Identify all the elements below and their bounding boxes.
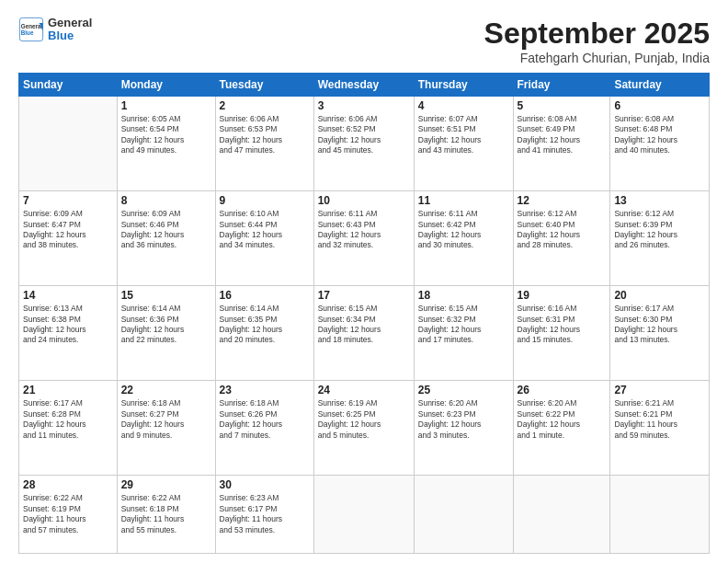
- calendar-cell: 25Sunrise: 6:20 AMSunset: 6:23 PMDayligh…: [414, 381, 513, 476]
- day-info: Sunrise: 6:22 AMSunset: 6:19 PMDaylight:…: [23, 493, 113, 535]
- day-number: 2: [220, 99, 310, 112]
- day-number: 26: [518, 384, 607, 396]
- day-info: Sunrise: 6:08 AMSunset: 6:49 PMDaylight:…: [518, 114, 607, 156]
- day-info: Sunrise: 6:18 AMSunset: 6:27 PMDaylight:…: [121, 398, 211, 441]
- svg-text:Blue: Blue: [21, 29, 34, 36]
- weekday-header-friday: Friday: [513, 74, 610, 97]
- day-info: Sunrise: 6:20 AMSunset: 6:22 PMDaylight:…: [518, 398, 607, 441]
- day-info: Sunrise: 6:14 AMSunset: 6:36 PMDaylight:…: [121, 304, 211, 346]
- day-info: Sunrise: 6:18 AMSunset: 6:26 PMDaylight:…: [220, 398, 310, 441]
- calendar-cell: [513, 476, 610, 554]
- header: General Blue General Blue September 2025…: [18, 17, 710, 65]
- month-title: September 2025: [484, 17, 710, 51]
- logo-blue-text: Blue: [48, 29, 92, 42]
- weekday-header-tuesday: Tuesday: [215, 74, 313, 97]
- title-block: September 2025 Fatehgarh Churian, Punjab…: [484, 17, 710, 65]
- calendar-cell: 3Sunrise: 6:06 AMSunset: 6:52 PMDaylight…: [313, 97, 414, 191]
- day-number: 24: [318, 384, 410, 396]
- day-number: 29: [121, 478, 211, 491]
- calendar-cell: 14Sunrise: 6:13 AMSunset: 6:38 PMDayligh…: [19, 286, 118, 381]
- day-number: 4: [418, 99, 509, 112]
- calendar-cell: 8Sunrise: 6:09 AMSunset: 6:46 PMDaylight…: [117, 191, 215, 286]
- day-info: Sunrise: 6:21 AMSunset: 6:21 PMDaylight:…: [614, 398, 705, 441]
- day-info: Sunrise: 6:15 AMSunset: 6:32 PMDaylight:…: [418, 304, 509, 346]
- weekday-header-wednesday: Wednesday: [313, 74, 414, 97]
- weekday-header-row: SundayMondayTuesdayWednesdayThursdayFrid…: [19, 74, 710, 97]
- calendar-cell: 15Sunrise: 6:14 AMSunset: 6:36 PMDayligh…: [117, 286, 215, 381]
- weekday-header-thursday: Thursday: [414, 74, 513, 97]
- calendar-cell: 6Sunrise: 6:08 AMSunset: 6:48 PMDaylight…: [610, 97, 710, 191]
- day-number: 20: [614, 289, 705, 302]
- day-number: 5: [518, 99, 607, 112]
- day-number: 30: [220, 478, 310, 491]
- day-info: Sunrise: 6:09 AMSunset: 6:46 PMDaylight:…: [121, 209, 211, 251]
- day-number: 28: [23, 478, 113, 491]
- day-number: 10: [318, 194, 410, 207]
- calendar-cell: 20Sunrise: 6:17 AMSunset: 6:30 PMDayligh…: [610, 286, 710, 381]
- day-number: 21: [23, 384, 113, 396]
- day-info: Sunrise: 6:07 AMSunset: 6:51 PMDaylight:…: [418, 114, 509, 156]
- logo-general-text: General: [48, 17, 92, 29]
- calendar-cell: 2Sunrise: 6:06 AMSunset: 6:53 PMDaylight…: [215, 97, 313, 191]
- calendar-cell: 16Sunrise: 6:14 AMSunset: 6:35 PMDayligh…: [215, 286, 313, 381]
- day-info: Sunrise: 6:12 AMSunset: 6:39 PMDaylight:…: [614, 209, 705, 251]
- logo-icon: General Blue: [18, 17, 44, 42]
- day-number: 25: [418, 384, 509, 396]
- calendar-cell: [19, 97, 118, 191]
- calendar-cell: 7Sunrise: 6:09 AMSunset: 6:47 PMDaylight…: [19, 191, 118, 286]
- calendar-cell: 5Sunrise: 6:08 AMSunset: 6:49 PMDaylight…: [513, 97, 610, 191]
- calendar-cell: 30Sunrise: 6:23 AMSunset: 6:17 PMDayligh…: [215, 476, 313, 554]
- day-info: Sunrise: 6:10 AMSunset: 6:44 PMDaylight:…: [220, 209, 310, 251]
- calendar-cell: 9Sunrise: 6:10 AMSunset: 6:44 PMDaylight…: [215, 191, 313, 286]
- day-number: 8: [121, 194, 211, 207]
- day-info: Sunrise: 6:17 AMSunset: 6:28 PMDaylight:…: [23, 398, 113, 441]
- weekday-header-monday: Monday: [117, 74, 215, 97]
- calendar-cell: 28Sunrise: 6:22 AMSunset: 6:19 PMDayligh…: [19, 476, 118, 554]
- day-number: 16: [220, 289, 310, 302]
- day-number: 12: [518, 194, 607, 207]
- calendar-cell: 27Sunrise: 6:21 AMSunset: 6:21 PMDayligh…: [610, 381, 710, 476]
- day-info: Sunrise: 6:16 AMSunset: 6:31 PMDaylight:…: [518, 304, 607, 346]
- day-info: Sunrise: 6:15 AMSunset: 6:34 PMDaylight:…: [318, 304, 410, 346]
- day-info: Sunrise: 6:23 AMSunset: 6:17 PMDaylight:…: [220, 493, 310, 535]
- calendar-table: SundayMondayTuesdayWednesdayThursdayFrid…: [18, 73, 710, 554]
- day-number: 9: [220, 194, 310, 207]
- calendar-cell: 22Sunrise: 6:18 AMSunset: 6:27 PMDayligh…: [117, 381, 215, 476]
- day-info: Sunrise: 6:20 AMSunset: 6:23 PMDaylight:…: [418, 398, 509, 441]
- day-info: Sunrise: 6:17 AMSunset: 6:30 PMDaylight:…: [614, 304, 705, 346]
- calendar-week-1: 1Sunrise: 6:05 AMSunset: 6:54 PMDaylight…: [19, 97, 710, 191]
- calendar-cell: [313, 476, 414, 554]
- calendar-cell: 18Sunrise: 6:15 AMSunset: 6:32 PMDayligh…: [414, 286, 513, 381]
- day-info: Sunrise: 6:06 AMSunset: 6:53 PMDaylight:…: [220, 114, 310, 156]
- calendar-week-4: 21Sunrise: 6:17 AMSunset: 6:28 PMDayligh…: [19, 381, 710, 476]
- calendar-cell: 10Sunrise: 6:11 AMSunset: 6:43 PMDayligh…: [313, 191, 414, 286]
- location: Fatehgarh Churian, Punjab, India: [484, 51, 710, 65]
- logo: General Blue General Blue: [18, 17, 92, 43]
- day-info: Sunrise: 6:19 AMSunset: 6:25 PMDaylight:…: [318, 398, 410, 441]
- day-number: 19: [518, 289, 607, 302]
- day-number: 7: [23, 194, 113, 207]
- day-info: Sunrise: 6:09 AMSunset: 6:47 PMDaylight:…: [23, 209, 113, 251]
- day-number: 23: [220, 384, 310, 396]
- day-info: Sunrise: 6:11 AMSunset: 6:43 PMDaylight:…: [318, 209, 410, 251]
- calendar-cell: 26Sunrise: 6:20 AMSunset: 6:22 PMDayligh…: [513, 381, 610, 476]
- day-number: 6: [614, 99, 705, 112]
- calendar-cell: 12Sunrise: 6:12 AMSunset: 6:40 PMDayligh…: [513, 191, 610, 286]
- day-number: 1: [121, 99, 211, 112]
- day-info: Sunrise: 6:12 AMSunset: 6:40 PMDaylight:…: [518, 209, 607, 251]
- day-number: 13: [614, 194, 705, 207]
- calendar-cell: [414, 476, 513, 554]
- day-info: Sunrise: 6:22 AMSunset: 6:18 PMDaylight:…: [121, 493, 211, 535]
- calendar-week-3: 14Sunrise: 6:13 AMSunset: 6:38 PMDayligh…: [19, 286, 710, 381]
- calendar-cell: 1Sunrise: 6:05 AMSunset: 6:54 PMDaylight…: [117, 97, 215, 191]
- calendar-cell: 11Sunrise: 6:11 AMSunset: 6:42 PMDayligh…: [414, 191, 513, 286]
- day-number: 17: [318, 289, 410, 302]
- calendar-cell: 13Sunrise: 6:12 AMSunset: 6:39 PMDayligh…: [610, 191, 710, 286]
- day-info: Sunrise: 6:05 AMSunset: 6:54 PMDaylight:…: [121, 114, 211, 156]
- logo-text: General Blue: [48, 17, 92, 43]
- calendar-cell: 19Sunrise: 6:16 AMSunset: 6:31 PMDayligh…: [513, 286, 610, 381]
- day-info: Sunrise: 6:14 AMSunset: 6:35 PMDaylight:…: [220, 304, 310, 346]
- calendar-cell: 21Sunrise: 6:17 AMSunset: 6:28 PMDayligh…: [19, 381, 118, 476]
- day-info: Sunrise: 6:11 AMSunset: 6:42 PMDaylight:…: [418, 209, 509, 251]
- day-info: Sunrise: 6:13 AMSunset: 6:38 PMDaylight:…: [23, 304, 113, 346]
